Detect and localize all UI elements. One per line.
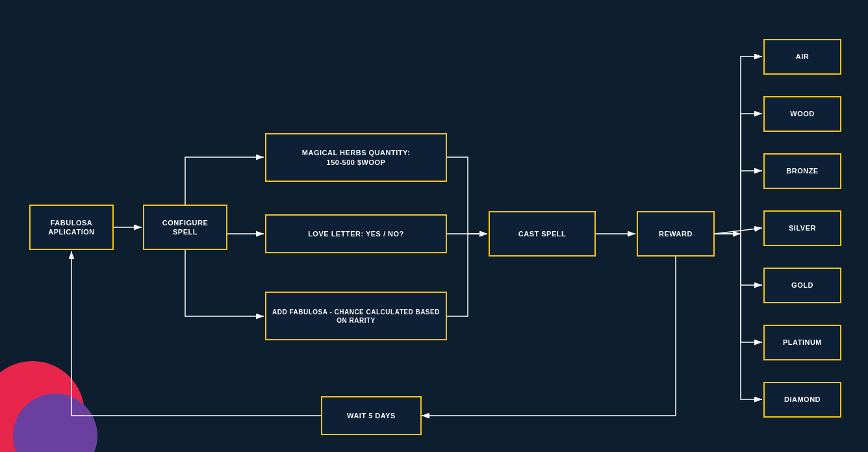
fabulosa-application-box: FABULOSA APLICATION	[29, 205, 114, 250]
add-fabulosa-box: ADD FABULOSA - CHANCE CALCULATED BASED O…	[265, 292, 447, 340]
svg-line-6	[715, 228, 762, 234]
herbs-box: MAGICAL HERBS QUANTITY: 150-500 $WOOP	[265, 133, 447, 182]
platinum-box: PLATINUM	[763, 325, 841, 360]
diamond-box: DIAMOND	[763, 382, 841, 418]
silver-box: SILVER	[763, 210, 841, 246]
flowchart: FABULOSA APLICATION CONFIGURE SPELL MAGI…	[0, 0, 868, 452]
cast-spell-box: CaST SPELL	[489, 211, 596, 257]
bronze-box: BRONZE	[763, 153, 841, 189]
reward-box: REWARD	[637, 211, 715, 257]
gold-box: GOLD	[763, 268, 841, 303]
wood-box: WOOD	[763, 96, 841, 132]
air-box: AIR	[763, 39, 841, 75]
love-letter-box: LOVE LETTER: YES / NO?	[265, 214, 447, 253]
wait-5-days-box: WAIT 5 DAYS	[321, 396, 422, 435]
configure-spell-box: CONFIGURE SPELL	[143, 205, 227, 250]
